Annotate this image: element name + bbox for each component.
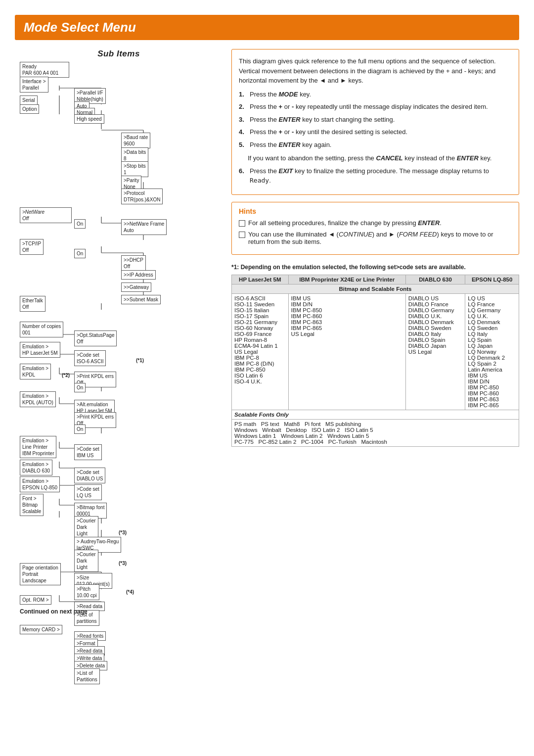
interface-node: Interface >Parallel [20,77,48,93]
kpdl-errs-on2-node: On [74,425,86,434]
footnote-table: HP LaserJet 5M IBM Proprinter X24E or Li… [231,275,519,447]
main-layout: Sub Items [15,49,519,605]
info-text: This diagram gives quick reference to th… [239,56,512,86]
stop-bits-node: >Stop bits1 [121,161,148,177]
note-2-label: (*2) [62,373,70,378]
emulation-diablo-node: Emulation >DIABLO 630 [20,460,52,475]
option-node: Option [20,104,39,114]
codeset-ibmUS-node: >Code setIBM US [74,444,102,460]
pitch-node: >Pitch10.00 cpi [74,584,99,600]
page-title: Mode Select Menu [24,20,510,35]
courier-dark-1-node: >CourierDarkLight [74,516,98,538]
ip-address-node: >>IP Address [121,270,156,280]
opt-statuspage-node: >Opt.StatusPageOff [74,331,117,346]
step-2: 2. Press the + or - key repeatedly until… [239,102,512,112]
col-epson: EPSON LQ-850 [465,275,519,284]
protocol-node: >ProtocolDTR(pos.)&XON [121,189,163,204]
tcpip-node: >TCP/IPOff [20,239,44,255]
hint-1-checkbox [239,220,245,227]
hint-1: For all setteing procedures, finalize th… [239,219,512,227]
abandon-note: If you want to abandon the setting, pres… [248,153,512,163]
note-3b-label: (*3) [119,561,127,566]
steps-list: 1. Press the MODE key. 2. Press the + or… [239,90,512,186]
hint-2-checkbox [239,232,245,238]
step-1: 1. Press the MODE key. [239,90,512,99]
info-area: This diagram gives quick reference to th… [231,49,519,447]
netware-frame-node: >>NetWare FrameAuto [121,219,167,235]
bitmap-row-label: Bitmap and Scalable Fonts [232,284,519,293]
codeset-lq-node: >Code setLQ US [74,484,102,500]
emulation-epson-node: Emulation >EPSON LQ-850 [20,476,60,492]
memory-card-node: Memory CARD > [20,625,62,634]
emulation-hp-node: Emulation >HP LaserJet 5M [20,342,60,358]
step-4: 4. Press the + or - key until the desire… [239,127,512,137]
courier-dark-2-node: >CourierDarkLight [74,550,98,572]
epson-col: LQ USLQ FranceLQ GermanyLQ U.K.LQ Denmar… [465,293,519,410]
emulation-lp-node: Emulation >Line PrinterIBM Proprinter [20,436,56,458]
table-header-row: HP LaserJet 5M IBM Proprinter X24E or Li… [232,275,519,284]
hints-title: Hints [239,207,512,215]
col-diablo: DIABLO 630 [405,275,465,284]
emulation-kpdl-auto-node: Emulation >KPDL (AUTO) [20,391,56,407]
dhcp-node: >>DHCPOff [121,255,146,271]
ibm-col: IBM USIBM D/NIBM PC-850IBM PC-860IBM PC-… [288,293,405,410]
scalable-only-label: Scalable Fonts Only [232,410,519,419]
note-4-label: (*4) [126,589,134,595]
kpdl-errs-on-node: On [74,383,86,392]
netware-on-node: On [74,219,86,229]
num-copies-node: Number of copies001 [20,322,63,337]
diagram-container: ReadyPAR 600 A4 001 Interface >Parallel … [15,61,222,605]
col-hp: HP LaserJet 5M [232,275,289,284]
emulation-kpdl-node: Emulation >KPDL [20,364,51,379]
high-speed-node: High speed [74,114,104,124]
baud-rate-node: >Baud rate9600 [121,133,150,148]
bitmap-data-row: ISO-6 ASCIIISO-11 SwedenISO-15 ItalianIS… [232,293,519,410]
note-1-label: (*1) [136,358,144,363]
subnet-mask-node: >>Subnet Mask [121,295,161,304]
page-wrapper: Mode Select Menu Sub Items [0,0,534,615]
diablo-col: DIABLO USDIABLO FranceDIABLO GermanyDIAB… [405,293,465,410]
step-5: 5. Press the ENTER key again. [239,140,512,150]
serial-node: Serial [20,95,38,105]
step-3: 3. Press the ENTER key to start changing… [239,115,512,125]
scalable-label-row: Scalable Fonts Only [232,410,519,419]
tcpip-on-node: On [74,249,86,258]
scalable-data: PS math PS text Math8 Pi font MS publish… [232,419,519,446]
hp-col: ISO-6 ASCIIISO-11 SwedenISO-15 ItalianIS… [232,293,289,410]
continued-label: Continued on next page [20,608,88,615]
netware-node: >NetWareOff [20,207,72,223]
list-partitions-2-node: >List ofPartitions [74,668,100,684]
info-box: This diagram gives quick reference to th… [231,49,519,195]
scalable-data-row: PS math PS text Math8 Pi font MS publish… [232,419,519,446]
note-3a-label: (*3) [119,530,127,535]
diagram-area: Sub Items [15,49,222,605]
page-orient-node: Page orientationPortraitLandscape [20,563,61,585]
title-bar: Mode Select Menu [15,15,519,40]
ready-par-node: ReadyPAR 600 A4 001 [20,62,69,78]
footnote-section: *1: Depending on the emulation selected,… [231,264,519,447]
footnote-star1: *1: Depending on the emulation selected,… [231,264,519,271]
gateway-node: >>Gateway [121,283,151,292]
codeset-diablo-node: >Code setDIABLO US [74,468,105,483]
col-ibm: IBM Proprinter X24E or Line Printer [288,275,405,284]
ethertalk-node: EtherTalkOff [20,296,45,312]
step-6: 6. Press the EXIT key to finalize the se… [239,166,512,186]
opt-rom-node: Opt. ROM > [20,595,51,605]
sub-items-label: Sub Items [15,49,222,59]
codeset-iso6-node: >Code setISO-6 ASCII [74,350,106,366]
hints-box: Hints For all setteing procedures, final… [231,202,519,255]
bitmap-row: Bitmap and Scalable Fonts [232,284,519,293]
hint-2: You can use the illuminated ◄ (CONTINUE)… [239,231,512,245]
font-node: Font >BitmapScalable [20,494,44,516]
